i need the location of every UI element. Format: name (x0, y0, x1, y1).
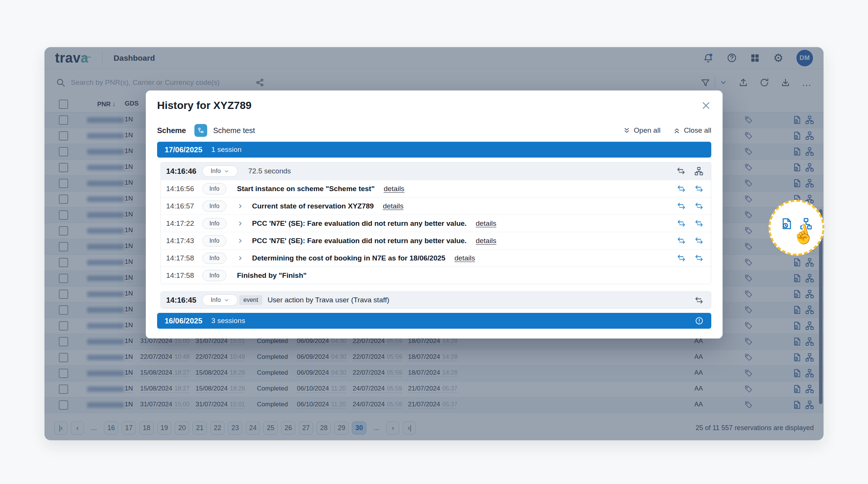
tag-icon[interactable] (744, 211, 753, 219)
day-group-header[interactable]: 16/06/2025 3 sessions (157, 313, 711, 329)
page-26[interactable]: 26 (281, 421, 295, 435)
row-checkbox[interactable] (59, 115, 68, 125)
page-prev[interactable]: ‹ (71, 421, 84, 435)
row-checkbox[interactable] (59, 274, 68, 283)
session-header-row[interactable]: 14:16:46 Info 72.5 seconds (161, 162, 711, 180)
history-doc-icon[interactable] (793, 179, 802, 188)
row-checkbox[interactable] (59, 195, 68, 204)
sitemap-icon[interactable] (805, 179, 814, 188)
table-row[interactable]: 1N 15/08/202418:27 15/08/202418:28 Compl… (44, 381, 824, 397)
page-30[interactable]: 30 (352, 421, 366, 435)
history-doc-icon[interactable] (793, 258, 802, 267)
page-gap[interactable]: ... (370, 421, 383, 435)
sitemap-icon[interactable] (805, 400, 814, 409)
day-group-header[interactable]: 17/06/2025 1 session (157, 142, 711, 158)
log-details-link[interactable]: details (476, 219, 497, 228)
row-checkbox[interactable] (59, 369, 68, 378)
close-icon[interactable] (700, 100, 712, 112)
sitemap-icon[interactable] (805, 369, 814, 378)
sitemap-icon[interactable] (805, 353, 814, 362)
tag-icon[interactable] (744, 227, 753, 235)
swap-arrows-icon[interactable] (677, 184, 686, 193)
sitemap-icon[interactable] (805, 258, 814, 267)
sitemap-icon[interactable] (805, 274, 814, 283)
sitemap-icon[interactable] (805, 147, 814, 156)
log-details-link[interactable]: details (476, 237, 497, 245)
page-21[interactable]: 21 (193, 421, 207, 435)
log-details-link[interactable]: details (383, 202, 403, 210)
tag-icon[interactable] (744, 337, 753, 346)
page-gap[interactable]: ... (87, 421, 101, 435)
filter-icon[interactable] (701, 78, 710, 87)
page-22[interactable]: 22 (210, 421, 225, 435)
history-doc-icon[interactable] (793, 305, 802, 314)
history-doc-icon[interactable] (793, 337, 802, 346)
user-avatar[interactable]: DM (796, 50, 813, 66)
close-all-button[interactable]: Close all (673, 126, 711, 135)
tag-icon[interactable] (744, 195, 753, 203)
expand-chevron-icon[interactable] (237, 203, 252, 210)
open-all-button[interactable]: Open all (623, 126, 660, 135)
history-doc-icon[interactable] (793, 400, 802, 409)
page-29[interactable]: 29 (334, 421, 348, 435)
upload-icon[interactable] (738, 78, 748, 87)
page-27[interactable]: 27 (299, 421, 313, 435)
row-checkbox[interactable] (59, 210, 68, 220)
row-checkbox[interactable] (59, 337, 68, 346)
swap-arrows-icon[interactable] (677, 236, 686, 245)
history-doc-icon[interactable] (793, 384, 802, 394)
more-actions-icon[interactable]: … (802, 81, 812, 84)
history-doc-icon[interactable] (793, 353, 802, 362)
history-doc-icon[interactable] (793, 163, 802, 172)
share-nodes-icon[interactable] (255, 78, 264, 87)
row-checkbox[interactable] (59, 258, 68, 267)
expand-chevron-icon[interactable] (237, 220, 252, 227)
tag-icon[interactable] (744, 163, 753, 172)
swap-arrows-icon[interactable] (695, 219, 703, 228)
row-checkbox[interactable] (59, 353, 68, 362)
row-checkbox[interactable] (59, 400, 68, 410)
page-16[interactable]: 16 (104, 421, 118, 435)
history-doc-icon[interactable] (793, 321, 802, 330)
tag-icon[interactable] (744, 306, 753, 314)
sitemap-icon[interactable] (805, 131, 814, 140)
apps-grid-icon[interactable] (750, 53, 760, 63)
swap-arrows-icon[interactable] (677, 202, 686, 210)
page-next[interactable]: › (386, 421, 399, 435)
row-checkbox[interactable] (59, 384, 68, 394)
page-last[interactable]: ›| (403, 421, 416, 435)
sort-desc-icon[interactable]: ↓ (112, 100, 116, 108)
expand-chevron-icon[interactable] (237, 255, 252, 262)
swap-arrows-icon[interactable] (695, 296, 703, 305)
log-details-link[interactable]: details (384, 185, 404, 193)
history-doc-icon[interactable] (793, 274, 802, 283)
page-first[interactable]: |‹ (54, 421, 67, 435)
history-doc-icon[interactable] (793, 147, 802, 156)
page-25[interactable]: 25 (263, 421, 278, 435)
row-checkbox[interactable] (59, 226, 68, 236)
info-circle-icon[interactable] (695, 316, 704, 325)
row-checkbox[interactable] (59, 305, 68, 315)
row-checkbox[interactable] (59, 147, 68, 156)
tag-icon[interactable] (744, 385, 753, 393)
sitemap-icon[interactable] (805, 384, 814, 394)
swap-arrows-icon[interactable] (695, 236, 703, 245)
row-checkbox[interactable] (59, 242, 68, 251)
table-row[interactable]: 1N 15/08/202418:27 15/08/202418:28 Compl… (44, 366, 824, 381)
tag-icon[interactable] (744, 401, 753, 409)
row-checkbox[interactable] (59, 163, 68, 172)
history-doc-icon[interactable] (793, 289, 802, 299)
page-19[interactable]: 19 (157, 421, 171, 435)
history-doc-icon[interactable] (793, 115, 802, 124)
select-all-checkbox[interactable] (59, 100, 68, 109)
tag-icon[interactable] (744, 353, 753, 361)
settings-gear-icon[interactable]: ⚙ (773, 53, 784, 63)
log-details-link[interactable]: details (454, 254, 475, 262)
tag-icon[interactable] (744, 258, 753, 267)
tag-icon[interactable] (744, 116, 753, 124)
page-28[interactable]: 28 (316, 421, 331, 435)
sitemap-icon[interactable] (805, 305, 814, 314)
history-doc-icon[interactable] (793, 131, 802, 140)
swap-arrows-icon[interactable] (695, 202, 703, 210)
tag-icon[interactable] (744, 147, 753, 156)
